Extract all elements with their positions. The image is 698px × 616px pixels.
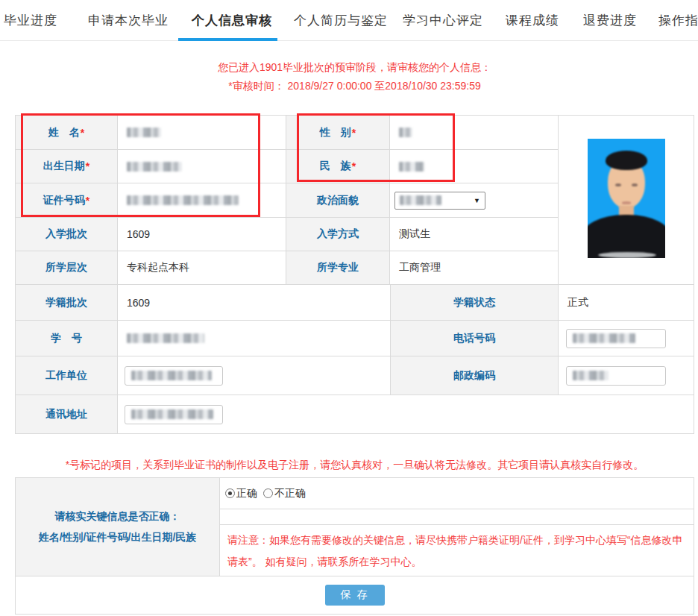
nation-label-text: 民 族 bbox=[320, 160, 351, 173]
batch-notice-line1: 您已进入1901毕业批次的预审阶段，请审核您的个人信息： bbox=[15, 61, 694, 75]
phone-value-redacted bbox=[573, 333, 635, 343]
enroll-batch-value: 1609 bbox=[127, 228, 150, 240]
birth-date-value-redacted bbox=[127, 162, 182, 172]
field-label-nation: 民 族* bbox=[286, 150, 390, 183]
enroll-mode-value: 测试生 bbox=[399, 227, 430, 241]
field-value-address bbox=[118, 395, 694, 434]
field-label-political: 政治面貌 bbox=[286, 183, 390, 218]
field-label-gender: 性 别* bbox=[286, 116, 390, 150]
required-fields-warning: *号标记的项目，关系到毕业证书的制作以及电子注册，请您认真核对，一旦确认将无法修… bbox=[15, 459, 694, 472]
required-asterisk: * bbox=[352, 127, 356, 139]
gender-value-redacted bbox=[399, 128, 412, 137]
tab-operation-guide[interactable]: 操作指 bbox=[658, 12, 698, 29]
field-value-political: ▼ bbox=[390, 183, 559, 218]
political-label-text: 政治面貌 bbox=[317, 194, 359, 207]
field-label-birth-date: 出生日期* bbox=[16, 150, 118, 183]
field-label-roll-batch: 学籍批次 bbox=[16, 285, 118, 321]
radio-checked-icon bbox=[225, 488, 235, 498]
postcode-input[interactable] bbox=[566, 366, 666, 386]
tab-resume-appraisal[interactable]: 个人简历与鉴定 bbox=[294, 12, 388, 29]
photo-eye-left bbox=[615, 183, 621, 186]
field-label-roll-status: 学籍状态 bbox=[391, 285, 559, 321]
address-value-redacted bbox=[131, 409, 213, 419]
field-label-postcode: 邮政编码 bbox=[391, 356, 559, 395]
verify-section: 请核实关键信息是否正确： 姓名/性别/证件号码/出生日期/民族 正确 不正确 请… bbox=[15, 477, 694, 615]
tab-graduation-progress[interactable]: 毕业进度 bbox=[4, 12, 57, 29]
field-label-student-no: 学 号 bbox=[16, 321, 118, 356]
gender-label-text: 性 别 bbox=[320, 126, 351, 139]
verify-question-line2: 姓名/性别/证件号码/出生日期/民族 bbox=[39, 531, 197, 544]
field-label-phone: 电话号码 bbox=[391, 321, 559, 356]
roll-batch-value: 1609 bbox=[127, 297, 150, 309]
photo-shadow bbox=[598, 252, 656, 258]
student-no-label-text: 学 号 bbox=[51, 332, 82, 345]
field-label-enroll-batch: 入学批次 bbox=[16, 218, 118, 251]
photo-mouth bbox=[622, 201, 631, 204]
enroll-batch-label-text: 入学批次 bbox=[45, 227, 87, 241]
id-number-value-redacted bbox=[127, 195, 239, 205]
field-label-id-number: 证件号码* bbox=[16, 183, 118, 218]
personal-info-table-lower: 学籍批次 1609 学籍状态 正式 学 号 电话号码 工作单位 邮政编码 通讯地… bbox=[15, 285, 694, 434]
field-value-student-no bbox=[118, 321, 391, 356]
verify-answer-area: 正确 不正确 请注意：如果您有需要修改的关键信息，请尽快携带户籍类证明/证件，到… bbox=[220, 478, 694, 576]
field-value-nation bbox=[390, 150, 559, 183]
required-asterisk: * bbox=[81, 127, 84, 139]
field-value-roll-batch: 1609 bbox=[118, 285, 391, 321]
field-value-enroll-batch: 1609 bbox=[118, 218, 286, 251]
verify-question-label: 请核实关键信息是否正确： 姓名/性别/证件号码/出生日期/民族 bbox=[16, 478, 220, 576]
field-value-roll-status: 正式 bbox=[559, 285, 694, 321]
field-value-birth-date bbox=[118, 150, 286, 183]
personal-info-table-upper: 姓 名* 性 别* 出生日期* 民 族* 证件号码* 政治面貌 bbox=[15, 115, 694, 285]
tab-course-scores[interactable]: 课程成绩 bbox=[506, 12, 559, 29]
postcode-label-text: 邮政编码 bbox=[453, 369, 495, 383]
major-label-text: 所学专业 bbox=[317, 261, 359, 274]
roll-status-label-text: 学籍状态 bbox=[453, 296, 495, 309]
field-value-id-number bbox=[118, 183, 286, 218]
active-tab-underline bbox=[178, 38, 277, 41]
required-asterisk: * bbox=[352, 160, 356, 172]
roll-status-value: 正式 bbox=[567, 296, 588, 309]
enroll-mode-label-text: 入学方式 bbox=[317, 227, 359, 241]
photo-eye-right bbox=[632, 183, 638, 186]
name-value-redacted bbox=[127, 128, 161, 137]
field-label-enroll-mode: 入学方式 bbox=[286, 218, 390, 251]
field-value-study-level: 专科起点本科 bbox=[118, 251, 286, 285]
employer-label-text: 工作单位 bbox=[45, 369, 87, 383]
radio-correct[interactable]: 正确 bbox=[225, 487, 257, 500]
phone-input[interactable] bbox=[566, 329, 666, 348]
tab-apply-graduation[interactable]: 申请本次毕业 bbox=[88, 12, 169, 29]
save-button[interactable]: 保 存 bbox=[325, 585, 385, 606]
id-photo-cell bbox=[559, 116, 694, 285]
field-value-employer bbox=[118, 356, 391, 395]
field-value-gender bbox=[390, 116, 559, 150]
field-value-name bbox=[118, 116, 286, 150]
field-value-major: 工商管理 bbox=[390, 251, 559, 285]
required-asterisk: * bbox=[86, 195, 89, 207]
major-value: 工商管理 bbox=[399, 261, 441, 274]
save-row: 保 存 bbox=[16, 576, 694, 614]
radio-incorrect[interactable]: 不正确 bbox=[263, 487, 306, 500]
tab-refund-progress[interactable]: 退费进度 bbox=[583, 12, 637, 29]
photo-hair bbox=[606, 151, 647, 170]
field-value-phone bbox=[559, 321, 694, 356]
required-asterisk: * bbox=[86, 160, 89, 172]
nation-value-redacted bbox=[399, 162, 424, 172]
field-value-enroll-mode: 测试生 bbox=[390, 218, 559, 251]
radio-unchecked-icon bbox=[263, 488, 273, 498]
study-level-label-text: 所学层次 bbox=[45, 261, 87, 274]
name-label-text: 姓 名 bbox=[48, 126, 80, 139]
political-status-select[interactable]: ▼ bbox=[394, 192, 485, 210]
employer-input[interactable] bbox=[125, 366, 223, 386]
field-label-address: 通讯地址 bbox=[16, 395, 118, 434]
political-value-redacted bbox=[400, 195, 441, 205]
field-value-postcode bbox=[559, 356, 694, 395]
address-input[interactable] bbox=[125, 405, 223, 424]
tab-personal-info-review[interactable]: 个人信息审核 bbox=[192, 12, 272, 29]
verify-table: 请核实关键信息是否正确： 姓名/性别/证件号码/出生日期/民族 正确 不正确 请… bbox=[16, 478, 694, 576]
tabbar-divider bbox=[0, 40, 698, 41]
address-label-text: 通讯地址 bbox=[45, 408, 87, 421]
spacer-row bbox=[220, 509, 694, 525]
field-label-employer: 工作单位 bbox=[16, 356, 118, 395]
tab-learning-center-eval[interactable]: 学习中心评定 bbox=[403, 12, 483, 29]
student-no-value-redacted bbox=[127, 333, 204, 343]
